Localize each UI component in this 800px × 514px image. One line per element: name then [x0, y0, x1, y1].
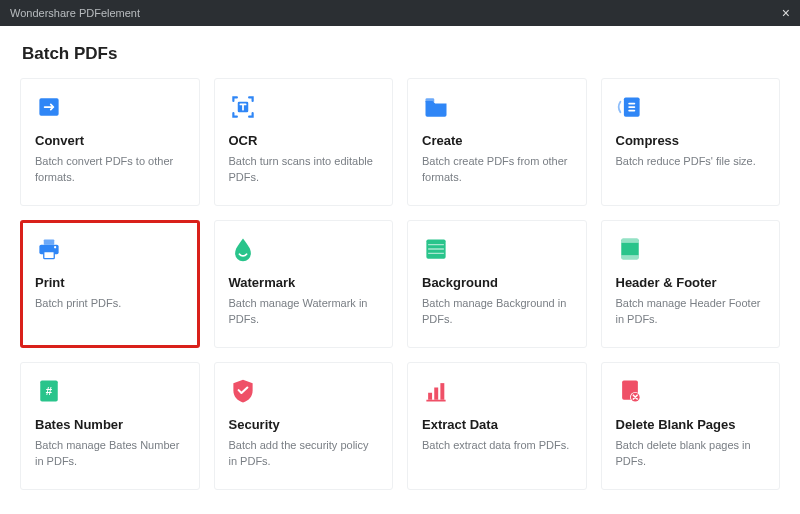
card-description: Batch manage Header Footer in PDFs. — [616, 296, 766, 328]
card-deleteblank[interactable]: Delete Blank PagesBatch delete blank pag… — [601, 362, 781, 490]
card-bates[interactable]: #Bates NumberBatch manage Bates Number i… — [20, 362, 200, 490]
card-title: Convert — [35, 133, 185, 148]
svg-text:#: # — [46, 385, 53, 397]
card-description: Batch extract data from PDFs. — [422, 438, 572, 454]
card-ocr[interactable]: OCRBatch turn scans into editable PDFs. — [214, 78, 394, 206]
svg-rect-14 — [428, 393, 432, 400]
svg-rect-6 — [44, 252, 55, 259]
card-title: Compress — [616, 133, 766, 148]
close-icon[interactable]: × — [782, 5, 790, 21]
titlebar: Wondershare PDFelement × — [0, 0, 800, 26]
convert-icon — [35, 93, 63, 121]
card-description: Batch add the security policy in PDFs. — [229, 438, 379, 470]
card-description: Batch manage Background in PDFs. — [422, 296, 572, 328]
card-description: Batch manage Watermark in PDFs. — [229, 296, 379, 328]
barchart-icon — [422, 377, 450, 405]
card-compress[interactable]: CompressBatch reduce PDFs' file size. — [601, 78, 781, 206]
card-description: Batch manage Bates Number in PDFs. — [35, 438, 185, 470]
bates-icon: # — [35, 377, 63, 405]
card-description: Batch reduce PDFs' file size. — [616, 154, 766, 170]
card-headerfooter[interactable]: Header & FooterBatch manage Header Foote… — [601, 220, 781, 348]
card-title: Extract Data — [422, 417, 572, 432]
background-icon — [422, 235, 450, 263]
svg-rect-17 — [426, 400, 445, 402]
svg-rect-2 — [426, 98, 435, 102]
card-title: OCR — [229, 133, 379, 148]
watermark-icon — [229, 235, 257, 263]
card-description: Batch delete blank pages in PDFs. — [616, 438, 766, 470]
content-area: Batch PDFs ConvertBatch convert PDFs to … — [0, 26, 800, 510]
window-title: Wondershare PDFelement — [10, 7, 140, 19]
card-security[interactable]: SecurityBatch add the security policy in… — [214, 362, 394, 490]
card-title: Delete Blank Pages — [616, 417, 766, 432]
card-print[interactable]: PrintBatch print PDFs. — [20, 220, 200, 348]
card-title: Header & Footer — [616, 275, 766, 290]
folder-icon — [422, 93, 450, 121]
ocr-icon — [229, 93, 257, 121]
svg-rect-4 — [44, 239, 55, 244]
card-title: Create — [422, 133, 572, 148]
headerfooter-icon — [616, 235, 644, 263]
card-extract[interactable]: Extract DataBatch extract data from PDFs… — [407, 362, 587, 490]
card-description: Batch convert PDFs to other formats. — [35, 154, 185, 186]
card-create[interactable]: CreateBatch create PDFs from other forma… — [407, 78, 587, 206]
card-title: Bates Number — [35, 417, 185, 432]
card-description: Batch create PDFs from other formats. — [422, 154, 572, 186]
card-title: Background — [422, 275, 572, 290]
card-title: Print — [35, 275, 185, 290]
printer-icon — [35, 235, 63, 263]
svg-rect-11 — [621, 255, 639, 259]
card-grid: ConvertBatch convert PDFs to other forma… — [20, 78, 780, 490]
card-convert[interactable]: ConvertBatch convert PDFs to other forma… — [20, 78, 200, 206]
svg-point-7 — [54, 246, 56, 248]
compress-icon — [616, 93, 644, 121]
card-description: Batch print PDFs. — [35, 296, 185, 312]
page-title: Batch PDFs — [22, 44, 780, 64]
delete-page-icon — [616, 377, 644, 405]
svg-rect-10 — [621, 239, 639, 243]
svg-rect-15 — [434, 388, 438, 400]
card-background[interactable]: BackgroundBatch manage Background in PDF… — [407, 220, 587, 348]
card-watermark[interactable]: WatermarkBatch manage Watermark in PDFs. — [214, 220, 394, 348]
card-title: Watermark — [229, 275, 379, 290]
shield-icon — [229, 377, 257, 405]
svg-rect-16 — [440, 383, 444, 400]
card-description: Batch turn scans into editable PDFs. — [229, 154, 379, 186]
card-title: Security — [229, 417, 379, 432]
